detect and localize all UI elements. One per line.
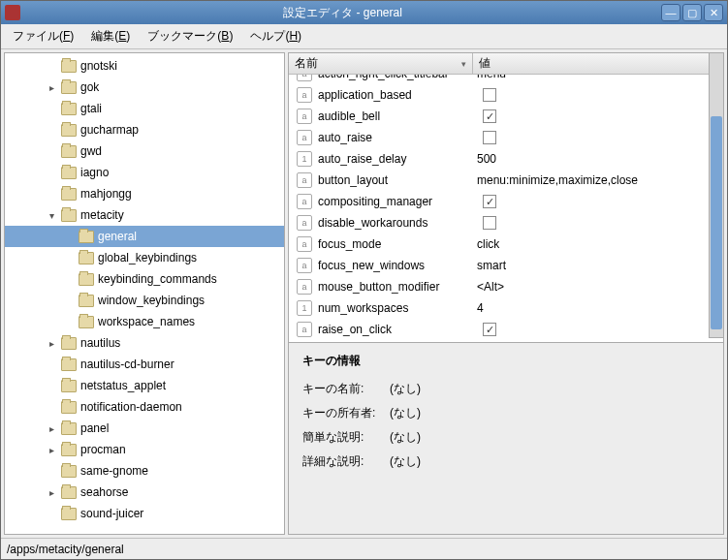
key-row-num_workspaces[interactable]: 1num_workspaces4 xyxy=(289,297,723,319)
expander-icon[interactable]: ▸ xyxy=(46,487,57,498)
checkbox[interactable] xyxy=(483,131,496,144)
tree-item-gnotski[interactable]: gnotski xyxy=(5,55,284,77)
tree-item-seahorse[interactable]: ▸seahorse xyxy=(5,482,284,503)
body: gnotski▸gokgtaligucharmapgwdiagnomahjong… xyxy=(1,49,727,538)
checkbox[interactable] xyxy=(483,88,496,102)
scrollbar[interactable] xyxy=(709,52,724,338)
tree-item-label: gucharmap xyxy=(80,123,139,137)
key-row-disable_workarounds[interactable]: adisable_workarounds xyxy=(289,212,723,233)
key-value[interactable] xyxy=(471,131,723,144)
folder-icon xyxy=(79,231,94,243)
tree-item-nautilus[interactable]: ▸nautilus xyxy=(5,332,284,354)
key-value[interactable] xyxy=(471,195,723,208)
key-info-title: キーの情報 xyxy=(302,353,710,369)
tree-item-same-gnome[interactable]: same-gnome xyxy=(5,460,284,482)
key-value[interactable]: smart xyxy=(471,259,723,272)
folder-icon xyxy=(61,401,77,414)
info-value: (なし) xyxy=(390,453,421,470)
tree-item-workspace_names[interactable]: workspace_names xyxy=(5,311,284,332)
key-value[interactable]: <Alt> xyxy=(471,280,723,294)
key-value[interactable] xyxy=(471,88,723,102)
tree-item-netstatus_applet[interactable]: netstatus_applet xyxy=(5,375,284,396)
tree-item-window_keybindings[interactable]: window_keybindings xyxy=(5,290,284,311)
menu-edit[interactable]: 編集(E) xyxy=(85,26,136,47)
tree-item-gwd[interactable]: gwd xyxy=(5,140,284,162)
key-info-panel: キーの情報 キーの名前:(なし)キーの所有者:(なし)簡単な説明:(なし)詳細な… xyxy=(288,343,724,535)
header-name[interactable]: 名前 ▾ xyxy=(289,53,473,74)
tree-item-gtali[interactable]: gtali xyxy=(5,98,284,119)
checkbox[interactable] xyxy=(483,195,496,208)
key-value[interactable]: 500 xyxy=(471,152,723,166)
key-row-compositing_manager[interactable]: acompositing_manager xyxy=(289,191,723,212)
key-type-icon: a xyxy=(297,258,312,273)
checkbox[interactable] xyxy=(483,323,496,336)
expander-icon[interactable]: ▸ xyxy=(46,445,57,455)
expander-icon[interactable]: ▸ xyxy=(46,82,57,93)
key-value[interactable]: menu:minimize,maximize,close xyxy=(471,173,723,187)
key-row-auto_raise[interactable]: aauto_raise xyxy=(289,127,723,148)
key-value[interactable] xyxy=(471,216,723,230)
key-row-action_right_click_titlebar[interactable]: aaction_right_click_titlebarmenu xyxy=(289,75,723,84)
info-value: (なし) xyxy=(390,429,421,446)
tree-item-procman[interactable]: ▸procman xyxy=(5,439,284,460)
menu-bookmarks[interactable]: ブックマーク(B) xyxy=(142,26,238,47)
key-row-button_layout[interactable]: abutton_layoutmenu:minimize,maximize,clo… xyxy=(289,170,723,191)
folder-icon xyxy=(61,486,77,499)
tree-item-metacity[interactable]: ▾metacity xyxy=(5,204,284,226)
key-row-audible_bell[interactable]: aaudible_bell xyxy=(289,106,723,127)
tree-item-iagno[interactable]: iagno xyxy=(5,162,284,183)
key-row-focus_mode[interactable]: afocus_modeclick xyxy=(289,233,723,255)
key-row-raise_on_click[interactable]: araise_on_click xyxy=(289,319,723,340)
key-name: mouse_button_modifier xyxy=(318,280,471,294)
key-row-mouse_button_modifier[interactable]: amouse_button_modifier<Alt> xyxy=(289,276,723,297)
maximize-button[interactable]: ▢ xyxy=(682,4,702,21)
tree-item-general[interactable]: general xyxy=(5,226,284,247)
key-value[interactable]: click xyxy=(471,237,723,251)
key-name: application_based xyxy=(318,88,471,102)
info-row: 簡単な説明:(なし) xyxy=(302,429,710,446)
tree-item-label: mahjongg xyxy=(80,187,132,201)
tree-item-keybinding_commands[interactable]: keybinding_commands xyxy=(5,268,284,290)
menu-help[interactable]: ヘルプ(H) xyxy=(244,26,307,47)
info-row: 詳細な説明:(なし) xyxy=(302,453,710,470)
minimize-button[interactable]: — xyxy=(661,4,681,21)
folder-icon xyxy=(61,103,77,115)
header-value[interactable]: 値 xyxy=(473,53,723,74)
tree[interactable]: gnotski▸gokgtaligucharmapgwdiagnomahjong… xyxy=(5,53,284,534)
checkbox[interactable] xyxy=(483,216,496,230)
folder-icon xyxy=(61,209,77,222)
folder-icon xyxy=(79,295,94,307)
tree-item-mahjongg[interactable]: mahjongg xyxy=(5,183,284,204)
menu-file[interactable]: ファイル(F) xyxy=(7,26,79,47)
key-row-auto_raise_delay[interactable]: 1auto_raise_delay500 xyxy=(289,148,723,170)
expander-icon[interactable]: ▾ xyxy=(46,210,57,221)
key-value[interactable]: 4 xyxy=(471,301,723,315)
key-value[interactable]: menu xyxy=(471,75,723,80)
key-type-icon: a xyxy=(297,236,312,252)
titlebar[interactable]: 設定エディタ - general — ▢ ✕ xyxy=(1,1,727,24)
close-button[interactable]: ✕ xyxy=(704,4,723,21)
tree-item-notification-daemon[interactable]: notification-daemon xyxy=(5,396,284,418)
tree-item-gucharmap[interactable]: gucharmap xyxy=(5,119,284,140)
key-name: auto_raise_delay xyxy=(318,152,471,166)
key-type-icon: a xyxy=(297,322,312,337)
tree-item-label: global_keybindings xyxy=(98,251,197,264)
key-value[interactable] xyxy=(471,109,723,123)
header-name-label: 名前 xyxy=(295,55,318,72)
info-value: (なし) xyxy=(390,405,421,421)
tree-item-panel[interactable]: ▸panel xyxy=(5,418,284,439)
tree-item-label: general xyxy=(98,230,137,243)
scrollbar-thumb[interactable] xyxy=(711,116,722,329)
key-row-application_based[interactable]: aapplication_based xyxy=(289,84,723,106)
tree-item-nautilus-cd-burner[interactable]: nautilus-cd-burner xyxy=(5,354,284,375)
expander-icon[interactable]: ▸ xyxy=(46,338,57,349)
key-value[interactable] xyxy=(471,323,723,336)
tree-item-global_keybindings[interactable]: global_keybindings xyxy=(5,247,284,268)
tree-item-gok[interactable]: ▸gok xyxy=(5,77,284,98)
tree-item-label: metacity xyxy=(80,208,124,222)
checkbox[interactable] xyxy=(483,109,496,123)
tree-item-sound-juicer[interactable]: sound-juicer xyxy=(5,503,284,524)
key-row-focus_new_windows[interactable]: afocus_new_windowssmart xyxy=(289,255,723,276)
expander-icon[interactable]: ▸ xyxy=(46,423,57,434)
key-rows[interactable]: aaction_right_click_titlebarmenuaapplica… xyxy=(289,75,723,342)
